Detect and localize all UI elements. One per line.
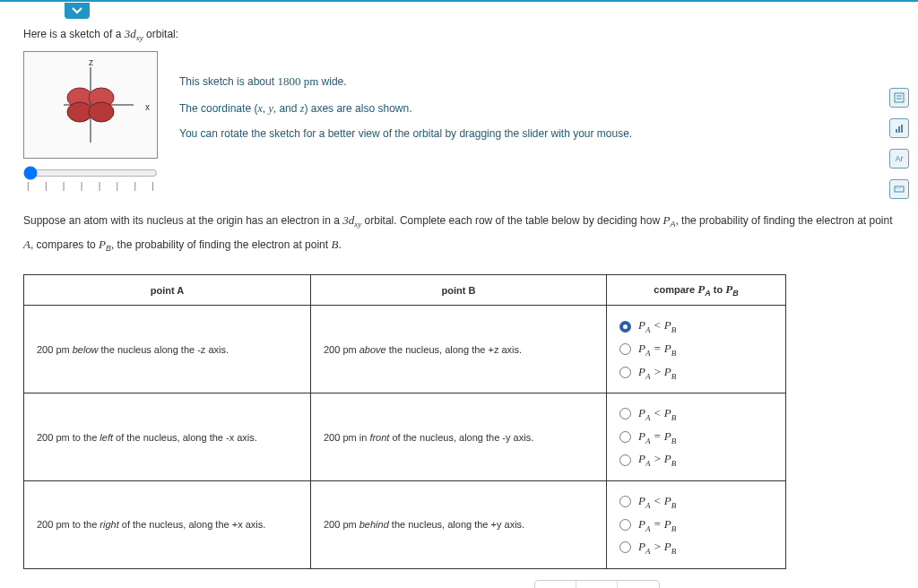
- svg-rect-9: [896, 129, 897, 133]
- radio-icon: [619, 367, 631, 378]
- q-A: A: [23, 238, 30, 251]
- info-1b: 1800 pm: [277, 74, 318, 88]
- hc-pbsub: B: [732, 289, 739, 298]
- info-line-3: You can rotate the sketch for a better v…: [179, 121, 632, 147]
- radio-label: PA > PB: [638, 452, 676, 468]
- help-icon: ?: [633, 584, 643, 588]
- info-1a: This sketch is about: [179, 75, 277, 88]
- radio-label: PA > PB: [638, 365, 676, 381]
- q-p1: Suppose an atom with its nucleus at the …: [23, 214, 342, 227]
- orbital-svg: [37, 60, 144, 150]
- q-p6: .: [338, 238, 341, 251]
- radio-icon: [619, 519, 631, 531]
- info-2b: , and: [273, 102, 300, 115]
- info-line-1: This sketch is about 1800 pm wide.: [179, 67, 632, 95]
- radio-option-eq[interactable]: PA = PB: [619, 514, 773, 537]
- reset-button[interactable]: ↺: [576, 580, 618, 588]
- q-pb: P: [99, 238, 106, 251]
- collapse-toggle[interactable]: [65, 3, 90, 19]
- comparison-table: point A point B compare PA to PB 200 pm …: [23, 274, 786, 569]
- radio-label: PA < PB: [638, 318, 676, 334]
- hc-pb: P: [725, 282, 732, 296]
- q-p2: orbital. Complete each row of the table …: [361, 214, 663, 227]
- svg-rect-10: [898, 126, 900, 133]
- radio-label: PA > PB: [638, 540, 676, 556]
- hc-pa: P: [697, 282, 705, 296]
- intro-prefix: Here is a sketch of a: [23, 28, 125, 40]
- action-bar: × ↺ ?: [534, 580, 660, 588]
- help-button[interactable]: ?: [618, 580, 659, 588]
- header-point-a: point A: [24, 275, 311, 306]
- svg-rect-6: [895, 93, 904, 102]
- cell-compare: PA < PBPA = PBPA > PB: [607, 306, 786, 393]
- cell-point-a: 200 pm to the left of the nucleus, along…: [24, 393, 311, 481]
- radio-icon: [619, 541, 631, 553]
- intro-text: Here is a sketch of a 3dxy orbital:: [23, 27, 895, 42]
- z-axis-label: z: [89, 57, 93, 67]
- slider-ticks: ||||||||: [23, 181, 158, 191]
- cell-point-a: 200 pm to the right of the nucleus, alon…: [24, 480, 311, 568]
- orbital-symbol: 3d: [125, 27, 136, 40]
- radio-label: PA < PB: [638, 494, 676, 510]
- q-p3: , the probability of finding the electro…: [675, 214, 892, 227]
- intro-suffix: orbital:: [143, 28, 178, 40]
- radio-option-eq[interactable]: PA = PB: [619, 426, 773, 449]
- radio-option-lt[interactable]: PA < PB: [619, 490, 773, 514]
- radio-label: PA = PB: [638, 429, 676, 445]
- comparison-table-wrap: point A point B compare PA to PB 200 pm …: [23, 274, 895, 569]
- radio-icon: [619, 431, 631, 443]
- info-1c: wide.: [318, 75, 346, 88]
- radio-option-eq[interactable]: PA = PB: [619, 338, 773, 361]
- radio-option-lt[interactable]: PA < PB: [619, 315, 773, 338]
- chevron-down-icon: [71, 6, 83, 15]
- svg-point-14: [898, 188, 899, 189]
- info-2a: The coordinate (: [179, 102, 257, 115]
- svg-point-15: [900, 188, 901, 189]
- radio-icon: [619, 454, 631, 466]
- q-orb: 3d: [342, 213, 354, 227]
- radio-icon: [619, 343, 631, 355]
- table-row: 200 pm below the nucleus along the -z ax…: [24, 306, 786, 393]
- cell-point-b: 200 pm behind the nucleus, along the +y …: [311, 480, 607, 568]
- rotation-slider[interactable]: [23, 166, 158, 180]
- cell-point-a: 200 pm below the nucleus along the -z ax…: [24, 306, 311, 393]
- x-axis-label: x: [145, 102, 150, 112]
- radio-icon: [619, 321, 631, 333]
- cell-compare: PA < PBPA = PBPA > PB: [607, 480, 786, 568]
- orbital-frame[interactable]: z x: [23, 51, 158, 159]
- info-2c: ) axes are also shown.: [304, 102, 411, 115]
- cell-compare: PA < PBPA = PBPA > PB: [607, 393, 786, 481]
- main-content: Here is a sketch of a 3dxy orbital: z x …: [0, 2, 918, 588]
- table-row: 200 pm to the right of the nucleus, alon…: [24, 480, 786, 568]
- radio-icon: [619, 408, 631, 419]
- radio-label: PA = PB: [638, 517, 676, 533]
- svg-point-5: [89, 102, 114, 122]
- clear-button[interactable]: ×: [535, 580, 576, 588]
- radio-option-lt[interactable]: PA < PB: [619, 402, 773, 426]
- question-text: Suppose an atom with its nucleus at the …: [23, 209, 895, 256]
- radio-option-gt[interactable]: PA > PB: [619, 448, 773, 471]
- radio-label: PA < PB: [638, 406, 676, 422]
- rotation-slider-wrap: ||||||||: [23, 166, 158, 191]
- cell-point-b: 200 pm above the nucleus, along the +z a…: [311, 306, 607, 393]
- hc-pre: compare: [654, 284, 697, 295]
- orbital-sketch-box: z x ||||||||: [23, 51, 158, 191]
- header-compare: compare PA to PB: [607, 275, 786, 306]
- radio-option-gt[interactable]: PA > PB: [619, 536, 773, 559]
- header-point-b: point B: [311, 275, 607, 306]
- keyboard-icon[interactable]: [889, 179, 909, 199]
- periodic-table-icon[interactable]: Ar: [889, 149, 909, 169]
- svg-point-13: [896, 188, 897, 189]
- radio-label: PA = PB: [638, 342, 676, 358]
- radio-icon: [619, 496, 631, 507]
- info-text: This sketch is about 1800 pm wide. The c…: [179, 51, 632, 147]
- hc-mid: to: [711, 284, 726, 295]
- side-toolbar: Ar: [889, 88, 909, 199]
- info-line-2: The coordinate (x, y, and z) axes are al…: [179, 96, 632, 122]
- cell-point-b: 200 pm in front of the nucleus, along th…: [311, 393, 607, 481]
- graph-icon[interactable]: [889, 118, 909, 138]
- q-p4: , compares to: [30, 238, 99, 251]
- calculator-icon[interactable]: [889, 88, 909, 108]
- svg-rect-11: [901, 125, 903, 133]
- radio-option-gt[interactable]: PA > PB: [619, 361, 773, 385]
